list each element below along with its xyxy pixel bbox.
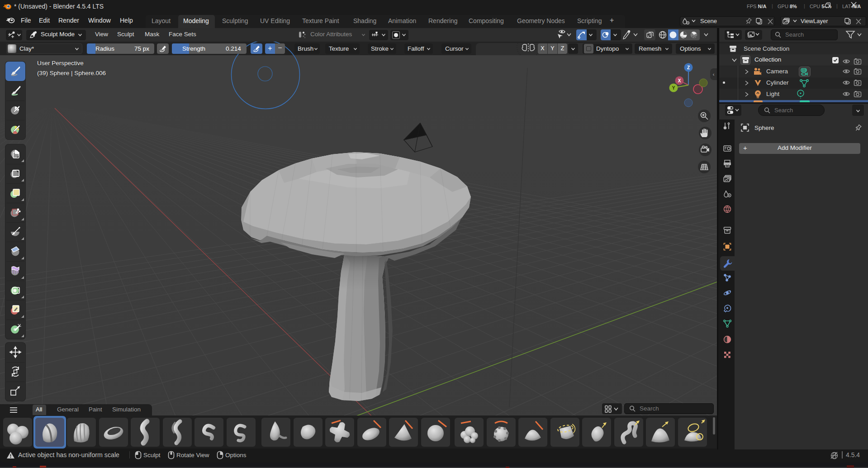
svg-text:Z: Z xyxy=(687,65,690,70)
svg-text:X: X xyxy=(678,78,681,83)
svg-text:Y: Y xyxy=(672,86,675,91)
